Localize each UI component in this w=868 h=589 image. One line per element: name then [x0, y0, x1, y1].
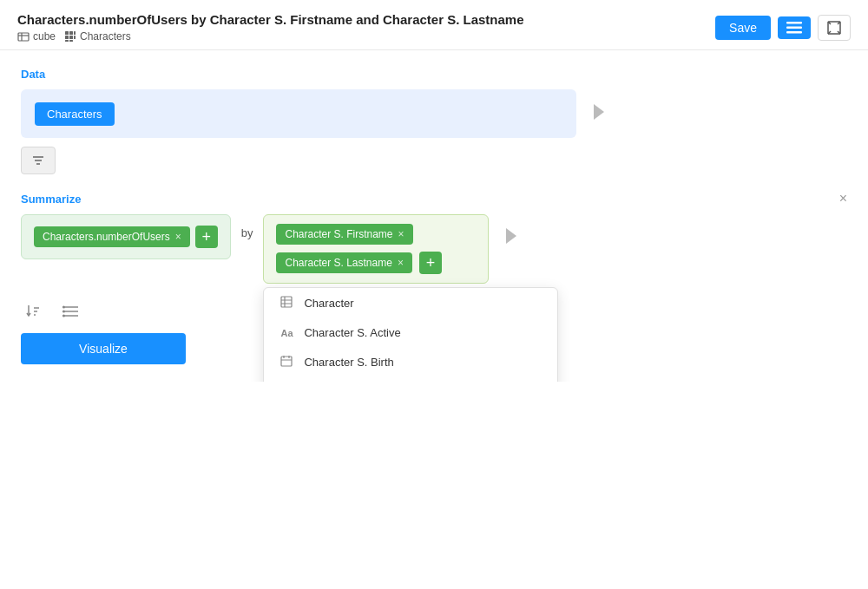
- dimension-dropdown: Character Aa Character S. Active: [263, 287, 558, 382]
- dimension-box: Character S. Firstname × Character S. La…: [263, 214, 489, 284]
- main-content: Data Characters Summarize × Characters.n…: [0, 50, 868, 382]
- breadcrumb-characters: Characters: [64, 30, 131, 43]
- dimension-tag-lastname-close[interactable]: ×: [398, 257, 404, 269]
- summarize-header: Summarize ×: [21, 192, 847, 206]
- data-section-label: Data: [21, 68, 847, 81]
- svg-rect-7: [69, 36, 73, 39]
- calendar-icon: [278, 355, 295, 370]
- summarize-label: Summarize: [21, 193, 81, 206]
- data-row: Characters: [21, 89, 847, 138]
- svg-marker-15: [594, 104, 604, 120]
- summarize-row: Characters.numberOfUsers × + by Characte…: [21, 214, 847, 284]
- list-view-button[interactable]: [778, 16, 811, 39]
- expand-icon: [827, 21, 841, 35]
- dimension-row-2: Character S. Lastname × +: [276, 252, 476, 274]
- data-arrow-button[interactable]: [587, 101, 611, 127]
- dimension-tag-firstname-label: Character S. Firstname: [285, 228, 392, 240]
- svg-point-33: [62, 315, 65, 317]
- expand-button[interactable]: [818, 15, 851, 41]
- header-right: Save: [715, 15, 851, 41]
- add-dimension-button[interactable]: +: [419, 252, 442, 274]
- breadcrumb-cube: cube: [17, 30, 56, 43]
- sort-button[interactable]: [21, 301, 47, 324]
- summarize-section: Summarize × Characters.numberOfUsers × +…: [21, 192, 847, 364]
- svg-rect-13: [786, 31, 802, 34]
- dropdown-item-character-label: Character: [304, 297, 353, 310]
- summarize-arrow-button[interactable]: [499, 225, 523, 251]
- header: Characters.numberOfUsers by Character S.…: [0, 0, 868, 50]
- svg-rect-6: [65, 36, 69, 39]
- filter-icon: [32, 155, 44, 166]
- filter-button[interactable]: [21, 147, 56, 174]
- list-icon: [786, 22, 802, 34]
- summarize-right-arrow-icon: [506, 228, 516, 244]
- characters-tag-button[interactable]: Characters: [35, 102, 115, 126]
- dimension-tag-lastname: Character S. Lastname ×: [276, 252, 411, 273]
- svg-rect-9: [65, 40, 69, 42]
- grid-icon: [64, 30, 76, 43]
- dimension-row-1: Character S. Firstname ×: [276, 224, 476, 245]
- header-left: Characters.numberOfUsers by Character S.…: [17, 12, 524, 43]
- svg-rect-3: [65, 31, 69, 35]
- text-icon-active: Aa: [278, 328, 295, 338]
- dropdown-item-character[interactable]: Character: [264, 288, 557, 318]
- metric-tag: Characters.numberOfUsers ×: [34, 226, 190, 247]
- svg-rect-19: [281, 297, 292, 307]
- summarize-close-button[interactable]: ×: [839, 192, 847, 206]
- svg-rect-12: [786, 26, 802, 29]
- svg-rect-0: [18, 33, 29, 41]
- svg-rect-10: [69, 40, 73, 42]
- dimension-tag-lastname-label: Character S. Lastname: [285, 257, 391, 269]
- add-metric-button[interactable]: +: [195, 226, 218, 248]
- dropdown-item-birth-label: Character S. Birth: [304, 356, 393, 369]
- svg-rect-5: [74, 31, 76, 35]
- breadcrumb: cube Characters: [17, 30, 524, 43]
- svg-point-32: [62, 311, 65, 313]
- svg-point-31: [62, 306, 65, 309]
- metric-tag-label: Characters.numberOfUsers: [43, 231, 170, 243]
- list-format-button[interactable]: [57, 302, 83, 324]
- breadcrumb-characters-label: Characters: [80, 30, 131, 43]
- dropdown-item-birth[interactable]: Character S. Birth: [264, 347, 557, 377]
- svg-rect-23: [281, 357, 292, 366]
- data-box: Characters: [21, 89, 576, 138]
- cube-icon: [17, 30, 30, 43]
- table-icon: [278, 296, 295, 311]
- right-arrow-icon: [594, 104, 604, 120]
- svg-rect-11: [786, 22, 802, 24]
- svg-rect-4: [69, 31, 73, 35]
- metric-box: Characters.numberOfUsers × +: [21, 214, 231, 259]
- visualize-button[interactable]: Visualize: [21, 333, 186, 364]
- dropdown-item-active[interactable]: Aa Character S. Active: [264, 318, 557, 347]
- save-button[interactable]: Save: [715, 16, 771, 40]
- by-label: by: [241, 214, 253, 239]
- svg-rect-8: [74, 36, 76, 39]
- metric-tag-close[interactable]: ×: [175, 231, 181, 243]
- page-title: Characters.numberOfUsers by Character S.…: [17, 12, 524, 27]
- list-format-icon: [62, 305, 78, 317]
- dimension-tag-firstname-close[interactable]: ×: [398, 228, 404, 240]
- dropdown-item-active-label: Character S. Active: [304, 326, 400, 339]
- dropdown-item-country[interactable]: Aa Character S. Country Code: [264, 377, 557, 382]
- dimension-wrapper: Character S. Firstname × Character S. La…: [263, 214, 489, 284]
- svg-marker-27: [506, 228, 516, 244]
- dimension-tag-firstname: Character S. Firstname ×: [276, 224, 412, 245]
- breadcrumb-cube-label: cube: [33, 30, 56, 43]
- sort-icon: [26, 304, 42, 318]
